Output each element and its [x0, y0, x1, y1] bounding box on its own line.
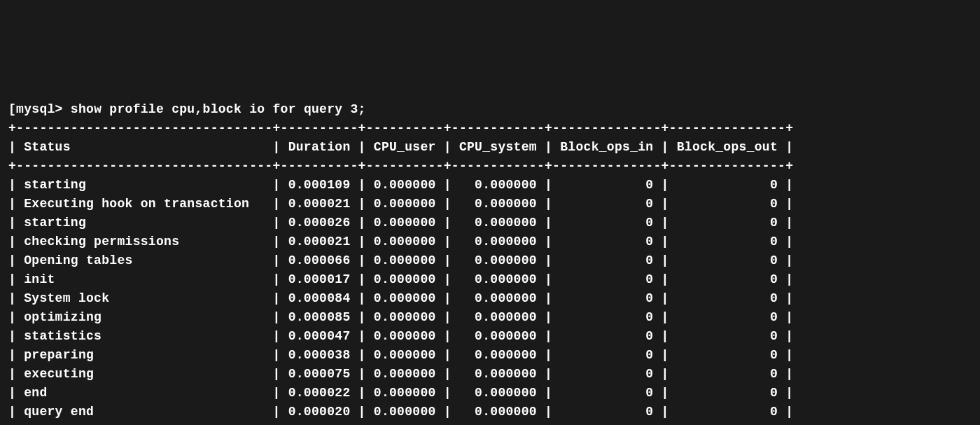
prompt-prefix: [mysql> — [8, 102, 71, 116]
result-table: +---------------------------------+-----… — [8, 119, 972, 425]
sql-command: show profile cpu,block io for query 3; — [71, 102, 366, 116]
mysql-prompt[interactable]: [mysql> show profile cpu,block io for qu… — [8, 102, 366, 116]
terminal-output: [mysql> show profile cpu,block io for qu… — [8, 81, 972, 425]
